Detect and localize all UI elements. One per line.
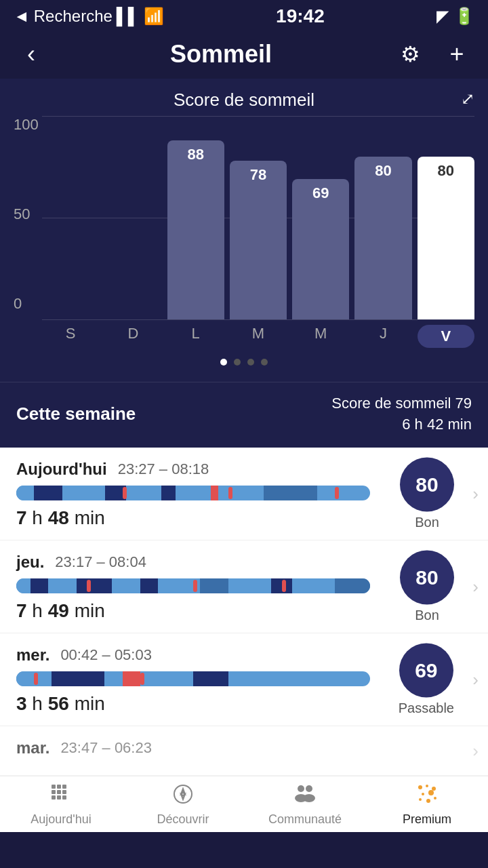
grid-nav-icon bbox=[50, 783, 72, 810]
x-label-6: V bbox=[418, 325, 474, 348]
y-mid: 50 bbox=[14, 205, 39, 223]
track-segment bbox=[228, 487, 232, 499]
track-segment bbox=[193, 580, 197, 592]
bottom-nav: Aujourd'hui Découvrir Communauté Premium bbox=[0, 776, 488, 832]
sleep-entry-1: jeu.23:17 – 08:047 h 49 min80Bon› bbox=[0, 540, 488, 633]
sleep-track-2 bbox=[16, 671, 370, 686]
track-segment bbox=[62, 486, 105, 500]
wifi-icon: 📶 bbox=[144, 7, 164, 26]
entry-score-area-2: 69Passable bbox=[399, 643, 454, 715]
page-dot-2[interactable] bbox=[247, 359, 254, 366]
header-icons: ⚙ + bbox=[396, 39, 472, 69]
entry-day-0: Aujourd'hui bbox=[16, 460, 107, 479]
score-circle-1: 80 bbox=[400, 550, 454, 604]
page-dot-0[interactable] bbox=[220, 359, 227, 366]
track-segment bbox=[228, 671, 264, 686]
svg-point-13 bbox=[306, 785, 312, 792]
entry-time-0: 23:27 – 08:18 bbox=[118, 460, 209, 478]
add-button[interactable]: + bbox=[442, 39, 472, 69]
sleep-entry-0: Aujourd'hui23:27 – 08:187 h 48 min80Bon› bbox=[0, 448, 488, 540]
entry-day-2: mer. bbox=[16, 646, 49, 665]
score-circle-2: 69 bbox=[399, 643, 453, 697]
track-segment bbox=[123, 487, 127, 499]
nav-label-1: Découvrir bbox=[157, 812, 209, 827]
svg-point-12 bbox=[298, 785, 304, 792]
bar-J[interactable]: 80 bbox=[354, 157, 411, 319]
battery-icon: 🔋 bbox=[454, 7, 474, 26]
track-segment bbox=[161, 486, 176, 500]
x-label-4: M bbox=[292, 325, 349, 348]
svg-point-22 bbox=[426, 799, 430, 803]
track-segment bbox=[335, 578, 370, 593]
track-segment bbox=[140, 673, 144, 685]
track-segment bbox=[228, 578, 271, 593]
nav-item-découvrir[interactable]: Découvrir bbox=[122, 783, 244, 827]
bar-V[interactable]: 80 bbox=[418, 157, 474, 319]
x-label-2: L bbox=[167, 325, 224, 348]
nav-item-communauté[interactable]: Communauté bbox=[244, 783, 366, 827]
status-right: ◤ 🔋 bbox=[436, 7, 474, 26]
chart-title: Score de sommeil bbox=[174, 90, 314, 111]
carrier-label: Recherche bbox=[34, 7, 113, 26]
week-summary: Cette semaine Score de sommeil 79 6 h 42… bbox=[0, 382, 488, 448]
sleep-track-1 bbox=[16, 578, 370, 593]
entry-time-2: 00:42 – 05:03 bbox=[60, 646, 152, 664]
expand-icon[interactable]: ⤢ bbox=[461, 90, 474, 108]
track-segment bbox=[140, 671, 193, 686]
nav-item-aujourd'hui[interactable]: Aujourd'hui bbox=[0, 783, 122, 827]
grid-line-0 bbox=[42, 319, 474, 320]
settings-icon: ⚙ bbox=[401, 41, 420, 67]
entry-time-3: 23:47 – 06:23 bbox=[60, 739, 152, 757]
svg-marker-10 bbox=[181, 789, 185, 794]
bar-L[interactable]: 88 bbox=[167, 140, 224, 319]
chart-section: Score de sommeil ⤢ 100 50 0 8878698080 S… bbox=[0, 79, 488, 382]
page-dots bbox=[14, 359, 474, 366]
svg-rect-4 bbox=[57, 790, 61, 794]
settings-button[interactable]: ⚙ bbox=[396, 39, 426, 69]
track-segment bbox=[176, 486, 228, 500]
track-segment bbox=[34, 673, 38, 685]
sleep-track-0 bbox=[16, 486, 370, 500]
x-label-3: M bbox=[230, 325, 287, 348]
track-segment bbox=[140, 578, 158, 593]
compass-nav-icon bbox=[172, 783, 194, 810]
track-segment bbox=[77, 578, 112, 593]
chevron-right-2[interactable]: › bbox=[472, 669, 479, 690]
track-segment bbox=[292, 578, 335, 593]
track-segment bbox=[282, 580, 286, 592]
score-quality-1: Bon bbox=[415, 607, 439, 623]
y-min: 0 bbox=[14, 295, 39, 313]
bar-M[interactable]: 78 bbox=[230, 161, 287, 319]
page-dot-3[interactable] bbox=[261, 359, 268, 366]
time-display: 19:42 bbox=[276, 5, 325, 27]
svg-point-18 bbox=[432, 787, 436, 791]
svg-point-20 bbox=[428, 790, 434, 795]
bar-group: 88 bbox=[167, 116, 224, 319]
y-max: 100 bbox=[14, 116, 39, 134]
page-title: Sommeil bbox=[170, 40, 272, 68]
nav-label-3: Premium bbox=[403, 812, 451, 827]
chevron-right-3[interactable]: › bbox=[472, 740, 479, 761]
svg-rect-7 bbox=[57, 795, 61, 800]
x-label-5: J bbox=[354, 325, 411, 348]
svg-point-15 bbox=[303, 794, 315, 802]
svg-point-21 bbox=[419, 798, 422, 801]
location-icon: ◤ bbox=[436, 7, 449, 26]
track-segment bbox=[211, 486, 218, 500]
chevron-right-1[interactable]: › bbox=[472, 576, 479, 597]
track-segment bbox=[34, 486, 62, 500]
track-segment bbox=[48, 578, 77, 593]
sleep-entry-2: mer.00:42 – 05:033 h 56 min69Passable› bbox=[0, 633, 488, 726]
page-dot-1[interactable] bbox=[234, 359, 241, 366]
track-segment bbox=[264, 486, 317, 500]
chevron-right-0[interactable]: › bbox=[472, 483, 479, 504]
bar-M[interactable]: 69 bbox=[292, 179, 349, 319]
chart-area: 100 50 0 8878698080 SDLMMJV bbox=[14, 116, 474, 348]
track-segment bbox=[112, 578, 140, 593]
back-button[interactable]: ‹ bbox=[16, 39, 46, 69]
nav-item-premium[interactable]: Premium bbox=[366, 783, 488, 827]
sleep-entry-3: mar.23:47 – 06:23› bbox=[0, 726, 488, 776]
track-segment bbox=[16, 578, 30, 593]
track-segment bbox=[200, 578, 228, 593]
entry-day-3: mar. bbox=[16, 738, 49, 757]
